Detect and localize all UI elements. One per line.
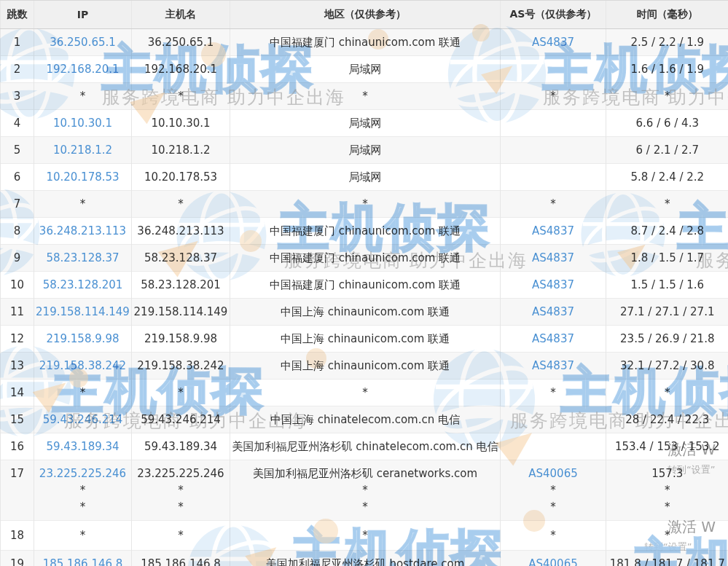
region-value: 中国福建厦门 chinaunicom.com 联通 (230, 250, 500, 267)
table-row: 9 58.23.128.37 58.23.128.37 中国福建厦门 china… (1, 245, 728, 272)
header-ip: IP (34, 1, 132, 29)
hop-cell: 15 (1, 406, 34, 433)
host-value: * (132, 88, 230, 105)
table-row: 8 36.248.213.113 36.248.213.113 中国福建厦门 c… (1, 218, 728, 245)
asn-link[interactable]: AS4837 (532, 359, 574, 372)
hostname-cell: 36.250.65.1 (132, 29, 230, 56)
ip-link[interactable]: 58.23.128.37 (46, 251, 119, 264)
ip-cell: * (34, 380, 132, 406)
host-value: 185.186.146.8 (132, 556, 230, 566)
ip-link[interactable]: 219.158.9.98 (46, 332, 119, 345)
time-cell: 181.8 / 181.7 / 181.7 (606, 551, 728, 566)
time-value: 27.1 / 27.1 / 27.1 (606, 304, 728, 321)
region-value: 局域网 (230, 115, 500, 132)
region-cell: 局域网 (230, 164, 501, 191)
ip-value: * (34, 482, 131, 499)
hop-value: 1 (1, 34, 34, 51)
hop-value: 8 (1, 223, 34, 240)
hop-cell: 6 (1, 164, 34, 191)
hostname-cell: * (132, 191, 230, 218)
header-region: 地区（仅供参考） (230, 1, 501, 29)
ip-link[interactable]: 59.43.189.34 (46, 440, 119, 453)
hop-value: 17 (1, 465, 34, 482)
asn-link[interactable]: AS40065 (528, 557, 578, 566)
ip-link[interactable]: 10.218.1.2 (53, 144, 112, 157)
asn-link[interactable]: AS4837 (532, 224, 574, 237)
table-row: 17 23.225.225.246** 23.225.225.246** 美国加… (1, 460, 728, 521)
time-value: 2.5 / 2.2 / 1.9 (606, 34, 728, 51)
asn-cell: * (501, 521, 606, 551)
hostname-cell: 36.248.213.113 (132, 218, 230, 245)
table-row: 16 59.43.189.34 59.43.189.34 美国加利福尼亚州洛杉矶… (1, 433, 728, 460)
header-asn: AS号（仅供参考） (501, 1, 606, 29)
time-value: * (606, 88, 728, 105)
time-value: 6.6 / 6 / 4.3 (606, 115, 728, 132)
asn-cell: AS4837 (501, 245, 606, 272)
ip-link[interactable]: 23.225.225.246 (39, 467, 126, 480)
hop-cell: 8 (1, 218, 34, 245)
hop-cell: 17 (1, 460, 34, 521)
host-value: * (132, 527, 230, 544)
hop-value: 5 (1, 142, 34, 159)
table-row: 18 * * * * * (1, 521, 728, 551)
ip-link[interactable]: 36.250.65.1 (50, 36, 116, 49)
ip-link[interactable]: 10.20.178.53 (46, 170, 119, 184)
hostname-cell: 185.186.146.8 (132, 551, 230, 566)
ip-link[interactable]: 192.168.20.1 (46, 63, 119, 76)
hostname-cell: 10.20.178.53 (132, 164, 230, 191)
time-value: * (606, 499, 728, 516)
ip-value: * (34, 499, 131, 516)
hop-cell: 1 (1, 29, 34, 56)
time-value: 153.4 / 153 / 153.2 (606, 439, 728, 455)
time-cell: 28 / 22.4 / 22.3 (606, 406, 728, 433)
time-value: * (606, 385, 728, 401)
region-cell: 局域网 (230, 137, 501, 164)
asn-link[interactable]: AS40065 (528, 467, 578, 480)
host-value: 219.158.9.98 (132, 331, 230, 347)
region-value: 中国上海 chinaunicom.com 联通 (230, 331, 500, 347)
ip-link[interactable]: 36.248.213.113 (39, 224, 126, 237)
asn-link[interactable]: AS4837 (532, 278, 574, 291)
ip-link[interactable]: 10.10.30.1 (53, 117, 112, 130)
table-row: 3 * * * * * (1, 83, 728, 110)
ip-cell: * (34, 83, 132, 110)
host-value: * (132, 482, 230, 499)
hostname-cell: 219.158.9.98 (132, 326, 230, 353)
host-value: * (132, 499, 230, 516)
hostname-cell: 10.218.1.2 (132, 137, 230, 164)
hop-cell: 14 (1, 380, 34, 406)
region-value: 美国加利福尼亚州洛杉矶 hostdare.com (230, 556, 500, 566)
hop-value: 13 (1, 358, 34, 374)
time-cell: 8.7 / 2.4 / 2.8 (606, 218, 728, 245)
region-value: 中国上海 chinaunicom.com 联通 (230, 358, 500, 374)
ip-link[interactable]: 59.43.246.214 (43, 413, 123, 426)
region-cell: 局域网 (230, 110, 501, 137)
ip-link[interactable]: 58.23.128.201 (43, 278, 123, 291)
host-value: 219.158.38.242 (132, 358, 230, 374)
ip-link[interactable]: 185.186.146.8 (43, 557, 123, 566)
host-value: 23.225.225.246 (132, 465, 230, 482)
ip-value: * (34, 88, 131, 105)
asn-link[interactable]: AS4837 (532, 332, 574, 345)
hop-cell: 4 (1, 110, 34, 137)
asn-cell (501, 164, 606, 191)
region-cell: 中国上海 chinaunicom.com 联通 (230, 326, 501, 353)
ip-cell: 23.225.225.246** (34, 460, 132, 521)
asn-link[interactable]: AS4837 (532, 305, 574, 318)
ip-cell: 10.218.1.2 (34, 137, 132, 164)
hostname-cell: 192.168.20.1 (132, 56, 230, 83)
region-cell: 中国福建厦门 chinaunicom.com 联通 (230, 272, 501, 299)
ip-link[interactable]: 219.158.38.242 (39, 359, 126, 372)
region-value: 中国福建厦门 chinaunicom.com 联通 (230, 34, 500, 51)
region-cell: * (230, 380, 501, 406)
ip-link[interactable]: 219.158.114.149 (36, 305, 130, 318)
time-value: 32.1 / 27.2 / 30.8 (606, 358, 728, 374)
hop-value: 3 (1, 88, 34, 105)
asn-link[interactable]: AS4837 (532, 36, 574, 49)
asn-link[interactable]: AS4837 (532, 251, 574, 264)
asn-value: * (501, 385, 606, 401)
table-row: 15 59.43.246.214 59.43.246.214 中国上海 chin… (1, 406, 728, 433)
host-value: 36.248.213.113 (132, 223, 230, 240)
asn-value: * (501, 527, 606, 544)
host-value: 10.20.178.53 (132, 169, 230, 186)
